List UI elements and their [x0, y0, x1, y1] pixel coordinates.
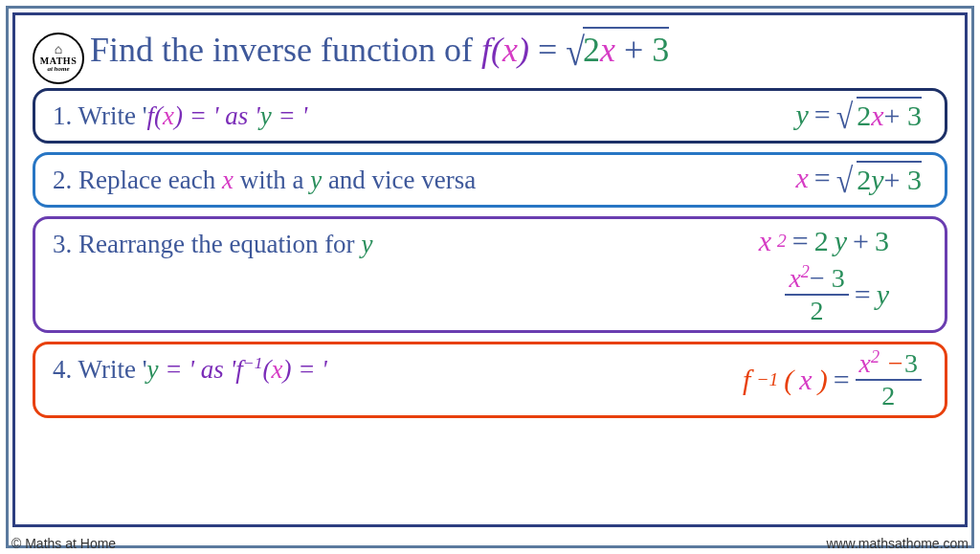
page-title: Find the inverse function of f(x) = √2x …: [90, 27, 669, 70]
step-1-text: 1. Write 'f(x) = ' as 'y = ': [53, 97, 307, 135]
step-2-text: 2. Replace each x with a y and vice vers…: [53, 161, 476, 199]
logo-text-2: at home: [47, 66, 69, 73]
title-var: x: [502, 31, 518, 69]
step-2-equation: x = √2y+ 3: [795, 161, 927, 196]
title-coef: 2: [583, 31, 600, 69]
step-3-equations: x2 = 2y+ 3 x2− 3 2 = y: [759, 225, 927, 324]
logo-roof-icon: ⌂: [55, 43, 62, 56]
title-prefix: Find the inverse function of: [90, 31, 481, 69]
logo-text-1: MATHS: [40, 56, 77, 66]
step-4-text: 4. Write 'y = ' as 'f−1(x) = ': [53, 350, 327, 388]
step-1: 1. Write 'f(x) = ' as 'y = ' y = √2x+ 3: [33, 88, 947, 144]
footer-url: www.mathsathome.com: [826, 536, 969, 551]
title-fn: f: [481, 31, 491, 69]
step-1-equation: y = √2x+ 3: [795, 97, 927, 132]
step-4-equation: f−1(x) = x2 −3 2: [743, 350, 927, 410]
content-frame: ⌂ MATHS at home Find the inverse functio…: [12, 12, 968, 527]
step-4: 4. Write 'y = ' as 'f−1(x) = ' f−1(x) = …: [33, 342, 947, 418]
title-const: 3: [652, 31, 669, 69]
step-2: 2. Replace each x with a y and vice vers…: [33, 152, 947, 208]
step-3: 3. Rearrange the equation for y x2 = 2y+…: [33, 216, 947, 333]
step-3-text: 3. Rearrange the equation for y: [53, 225, 372, 263]
footer-copyright: © Maths at Home: [11, 536, 116, 551]
steps-container: 1. Write 'f(x) = ' as 'y = ' y = √2x+ 3 …: [33, 88, 947, 418]
logo-badge: ⌂ MATHS at home: [33, 33, 84, 84]
